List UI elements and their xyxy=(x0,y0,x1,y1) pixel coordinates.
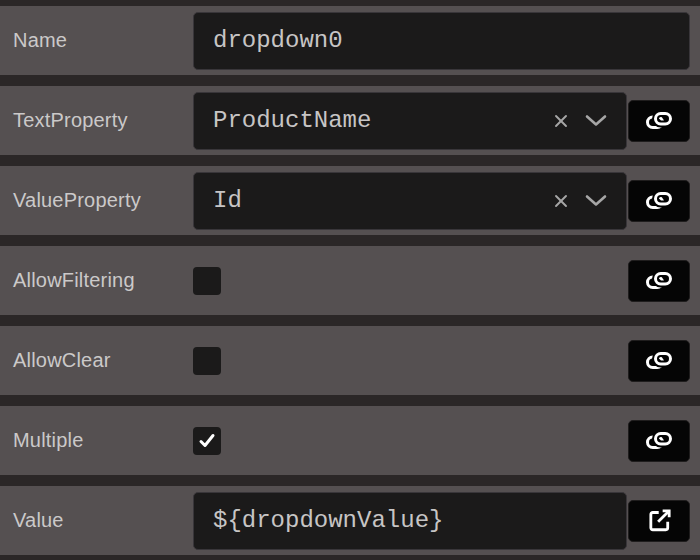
property-label: AllowFiltering xyxy=(13,269,135,291)
property-control-cell xyxy=(193,6,700,75)
clear-x-icon[interactable] xyxy=(553,193,569,209)
bind-property-button[interactable] xyxy=(628,180,690,222)
allowfiltering-checkbox[interactable] xyxy=(193,267,221,295)
property-row-textproperty: TextPropertyProductName xyxy=(0,86,700,155)
property-row-allowfiltering: AllowFiltering xyxy=(0,246,700,315)
property-label-cell: Value xyxy=(0,509,193,532)
textproperty-dropdown[interactable]: ProductName xyxy=(193,92,627,150)
property-label: Value xyxy=(13,509,64,531)
link-chain-icon xyxy=(645,271,673,290)
dropdown-selected-value: Id xyxy=(213,187,553,214)
link-chain-icon xyxy=(645,351,673,370)
link-chain-icon xyxy=(645,191,673,210)
property-control-cell xyxy=(193,486,700,555)
property-label-cell: AllowClear xyxy=(0,349,193,372)
bind-property-button[interactable] xyxy=(628,260,690,302)
property-label-cell: TextProperty xyxy=(0,109,193,132)
link-chain-icon xyxy=(645,111,673,130)
property-row-multiple: Multiple xyxy=(0,406,700,475)
property-label-cell: AllowFiltering xyxy=(0,269,193,292)
chevron-down-icon[interactable] xyxy=(584,194,608,207)
property-label: AllowClear xyxy=(13,349,111,371)
external-link-icon xyxy=(646,507,673,534)
multiple-checkbox[interactable] xyxy=(193,427,221,455)
allowclear-checkbox[interactable] xyxy=(193,347,221,375)
property-row-name: Name xyxy=(0,6,700,75)
property-control-cell xyxy=(193,246,700,315)
property-label: Multiple xyxy=(13,429,84,451)
property-label: ValueProperty xyxy=(13,189,141,211)
property-label-cell: ValueProperty xyxy=(0,189,193,212)
link-chain-icon xyxy=(645,431,673,450)
check-icon xyxy=(197,431,217,451)
property-label: Name xyxy=(13,29,67,51)
valueproperty-dropdown[interactable]: Id xyxy=(193,172,627,230)
property-row-value: Value xyxy=(0,486,700,555)
property-control-cell xyxy=(193,326,700,395)
properties-panel: NameTextPropertyProductNameValueProperty… xyxy=(0,0,700,560)
property-row-valueproperty: ValuePropertyId xyxy=(0,166,700,235)
property-label-cell: Multiple xyxy=(0,429,193,452)
property-control-cell: Id xyxy=(193,166,700,235)
open-editor-button[interactable] xyxy=(628,500,690,542)
property-label-cell: Name xyxy=(0,29,193,52)
property-control-cell xyxy=(193,406,700,475)
value-input[interactable] xyxy=(193,492,627,550)
dropdown-selected-value: ProductName xyxy=(213,107,553,134)
bind-property-button[interactable] xyxy=(628,340,690,382)
name-input[interactable] xyxy=(193,12,690,70)
bind-property-button[interactable] xyxy=(628,100,690,142)
property-control-cell: ProductName xyxy=(193,86,700,155)
property-label: TextProperty xyxy=(13,109,128,131)
chevron-down-icon[interactable] xyxy=(584,114,608,127)
bind-property-button[interactable] xyxy=(628,420,690,462)
clear-x-icon[interactable] xyxy=(553,113,569,129)
property-row-allowclear: AllowClear xyxy=(0,326,700,395)
